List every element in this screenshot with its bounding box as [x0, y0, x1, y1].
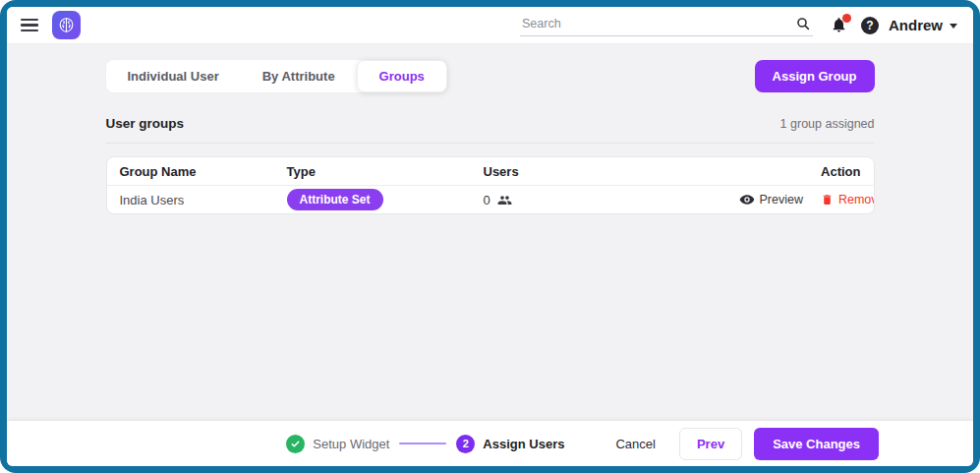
- users-count: 0: [484, 193, 490, 207]
- user-name: Andrew: [889, 17, 943, 33]
- step-assign-users-label: Assign Users: [483, 437, 564, 451]
- app-window: ? Andrew Individual User By Attribute Gr…: [7, 7, 973, 466]
- assign-group-button[interactable]: Assign Group: [755, 60, 875, 92]
- trash-icon: [821, 193, 834, 207]
- action-cell: Preview Remove: [737, 192, 875, 207]
- notifications-bell-icon[interactable]: [831, 17, 847, 33]
- preview-button[interactable]: Preview: [739, 192, 803, 207]
- column-header-action: Action: [737, 164, 863, 179]
- topbar: ? Andrew: [7, 7, 973, 44]
- user-menu[interactable]: Andrew: [889, 17, 957, 33]
- help-icon[interactable]: ?: [861, 17, 879, 34]
- brain-logo-icon[interactable]: [52, 11, 81, 39]
- user-groups-table: Group Name Type Users Action India Users…: [106, 156, 875, 214]
- cancel-button[interactable]: Cancel: [615, 437, 655, 451]
- table-row: India Users Attribute Set 0: [107, 186, 874, 213]
- remove-button[interactable]: Remove: [821, 193, 875, 207]
- attribute-set-badge: Attribute Set: [287, 189, 383, 210]
- save-changes-button[interactable]: Save Changes: [754, 428, 879, 460]
- tab-by-attribute[interactable]: By Attribute: [241, 60, 357, 92]
- prev-button[interactable]: Prev: [679, 428, 742, 460]
- users-group-icon: [497, 193, 512, 207]
- step-connector: [399, 443, 446, 444]
- table-header-row: Group Name Type Users Action: [107, 157, 874, 186]
- page-title: User groups: [106, 116, 185, 131]
- search-input[interactable]: [522, 17, 795, 30]
- column-header-type: Type: [285, 164, 482, 179]
- assigned-count: 1 group assigned: [780, 117, 875, 131]
- step-setup-widget-label: Setup Widget: [313, 437, 389, 451]
- group-name-cell: India Users: [118, 193, 285, 207]
- search-icon[interactable]: [795, 16, 811, 31]
- hamburger-menu-icon[interactable]: [21, 19, 38, 32]
- window-frame: ? Andrew Individual User By Attribute Gr…: [0, 0, 980, 473]
- search-field: [520, 14, 813, 36]
- preview-label: Preview: [760, 193, 803, 207]
- tab-individual-user[interactable]: Individual User: [106, 60, 241, 92]
- users-cell: 0: [482, 193, 737, 207]
- footer-bar: Setup Widget 2 Assign Users Cancel Prev …: [7, 421, 973, 466]
- tab-groups[interactable]: Groups: [357, 60, 447, 92]
- column-header-group-name: Group Name: [118, 164, 285, 179]
- column-header-users: Users: [482, 164, 737, 179]
- notification-badge: [842, 14, 851, 23]
- section-divider: [106, 143, 875, 144]
- footer-actions: Cancel Prev Save Changes: [615, 428, 879, 460]
- remove-label: Remove: [838, 193, 875, 207]
- type-cell: Attribute Set: [285, 189, 482, 210]
- tab-group: Individual User By Attribute Groups: [106, 60, 447, 92]
- step-complete-check-icon: [286, 435, 305, 453]
- caret-down-icon: [950, 24, 957, 29]
- stepper: Setup Widget 2 Assign Users: [286, 435, 564, 453]
- eye-icon: [739, 192, 755, 207]
- main-content: Individual User By Attribute Groups Assi…: [7, 44, 973, 421]
- step-number-badge: 2: [456, 435, 475, 453]
